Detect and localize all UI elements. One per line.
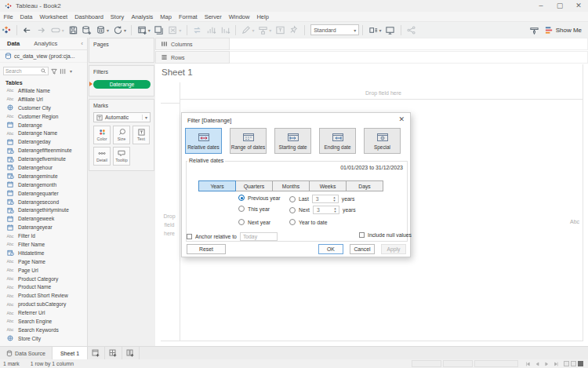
marks-color-button[interactable]: Color bbox=[93, 126, 111, 144]
reset-button[interactable]: Reset bbox=[187, 244, 226, 254]
field-item[interactable]: Daterangesecond bbox=[0, 198, 87, 206]
search-input[interactable]: Search bbox=[3, 67, 49, 75]
menu-window[interactable]: Window bbox=[225, 13, 253, 20]
forward-arrow-icon[interactable] bbox=[34, 23, 49, 37]
undo-history-icon[interactable]: ▾ bbox=[48, 23, 66, 37]
view-options-icon[interactable] bbox=[60, 68, 67, 75]
field-item[interactable]: Daterangemonth bbox=[0, 180, 87, 189]
radio-previous-year[interactable]: Previous year bbox=[238, 195, 281, 201]
field-item[interactable]: AbcSearch Keywords bbox=[0, 326, 87, 334]
period-count-input[interactable]: 3▲▼ bbox=[312, 195, 339, 203]
current-view-icon[interactable] bbox=[578, 361, 583, 366]
menu-map[interactable]: Map bbox=[157, 13, 176, 20]
text-annotation-icon[interactable] bbox=[274, 23, 288, 37]
swap-axes-icon[interactable] bbox=[191, 23, 205, 37]
marks-tooltip-button[interactable]: Tooltip bbox=[113, 147, 130, 166]
tab-data[interactable]: Data bbox=[0, 40, 27, 47]
field-item[interactable]: Daterangeday bbox=[0, 137, 87, 146]
field-item[interactable]: Daterangeweek bbox=[0, 214, 87, 223]
new-worksheet-icon[interactable]: ▾ bbox=[135, 23, 152, 37]
radio-year-to-date[interactable]: Year to date bbox=[289, 219, 327, 225]
pin-icon[interactable] bbox=[287, 23, 301, 37]
columns-shelf[interactable]: Columns bbox=[155, 38, 230, 50]
period-tab-quarters[interactable]: Quarters bbox=[235, 180, 273, 191]
tab-analytics[interactable]: Analytics bbox=[27, 40, 64, 47]
format-copy-icon[interactable]: ▾ bbox=[256, 23, 274, 37]
new-datasource-icon[interactable] bbox=[80, 23, 94, 37]
highlight-icon[interactable]: ▾ bbox=[239, 23, 256, 37]
show-mark-labels-icon[interactable]: ▾ bbox=[366, 23, 383, 37]
cancel-button[interactable]: Cancel bbox=[350, 244, 375, 254]
back-arrow-icon[interactable] bbox=[20, 23, 34, 37]
include-nulls-row[interactable]: Include null values bbox=[359, 232, 412, 238]
columns-shelf-area[interactable] bbox=[230, 38, 588, 50]
field-item[interactable]: Customer City bbox=[0, 104, 87, 112]
menu-file[interactable]: File bbox=[0, 13, 16, 20]
tab-sheet1[interactable]: Sheet 1 bbox=[53, 347, 88, 359]
menu-story[interactable]: Story bbox=[107, 13, 128, 20]
field-item[interactable]: AbcProduct Name bbox=[0, 282, 87, 291]
field-item[interactable]: AbcPage Name bbox=[0, 257, 87, 266]
spinner-icon[interactable]: ▲▼ bbox=[332, 195, 337, 202]
nav-next-icon[interactable] bbox=[543, 361, 550, 367]
field-item[interactable]: AbcDaterange Name bbox=[0, 129, 87, 137]
menu-worksheet[interactable]: Worksheet bbox=[36, 13, 71, 20]
new-story-button[interactable] bbox=[122, 347, 140, 359]
close-button[interactable]: ✕ bbox=[569, 0, 588, 12]
drop-field-here-left[interactable]: Dropfieldhere bbox=[160, 212, 179, 238]
marks-detail-button[interactable]: Detail bbox=[93, 147, 111, 166]
field-item[interactable]: AbcFilter Name bbox=[0, 240, 87, 249]
field-item[interactable]: Daterangeminute bbox=[0, 172, 87, 180]
mark-type-dropdown[interactable]: Automatic ▾ bbox=[93, 112, 151, 122]
field-item[interactable]: Daterange bbox=[0, 121, 87, 129]
clear-sheet-icon[interactable]: ▾ bbox=[166, 23, 183, 37]
collapse-pane-icon[interactable]: ‹ bbox=[81, 40, 87, 47]
field-item[interactable]: Daterangefifteenminute bbox=[0, 146, 87, 155]
field-item[interactable]: AbcAffiliate Name bbox=[0, 86, 87, 95]
rows-shelf[interactable]: Rows bbox=[155, 51, 230, 64]
radio-last[interactable]: Last3▲▼years bbox=[289, 195, 354, 203]
period-tab-months[interactable]: Months bbox=[272, 180, 310, 191]
radio-this-year[interactable]: This year bbox=[238, 206, 270, 212]
menu-help[interactable]: Help bbox=[253, 13, 272, 20]
filter-type-starting-date[interactable]: Starting date bbox=[274, 128, 311, 154]
drop-field-here-top[interactable]: Drop field here bbox=[365, 90, 401, 96]
tableau-logo-icon[interactable] bbox=[0, 23, 13, 37]
filter-type-special[interactable]: Special bbox=[364, 128, 401, 154]
field-item[interactable]: Hitdatetime bbox=[0, 249, 87, 257]
field-item[interactable]: Daterangethirtyminute bbox=[0, 206, 87, 214]
field-item[interactable]: AbcCustomer Region bbox=[0, 112, 87, 121]
pause-updates-icon[interactable]: ▾ bbox=[94, 23, 111, 37]
radio-next-year[interactable]: Next year bbox=[238, 219, 270, 225]
save-icon[interactable] bbox=[66, 23, 80, 37]
show-me-button[interactable]: Show Me bbox=[545, 26, 582, 35]
dialog-close-icon[interactable]: ✕ bbox=[398, 115, 405, 123]
fit-selector[interactable]: Standard▾ bbox=[310, 24, 359, 35]
tile-view-icon[interactable] bbox=[571, 361, 576, 366]
field-item[interactable]: AbcReferrer Url bbox=[0, 308, 87, 317]
field-item[interactable]: Daterangequarter bbox=[0, 189, 87, 198]
period-tab-years[interactable]: Years bbox=[198, 180, 236, 191]
field-item[interactable]: AbcPage Url bbox=[0, 266, 87, 275]
field-item[interactable]: AbcAffiliate Url bbox=[0, 95, 87, 104]
marks-card[interactable]: Marks Automatic ▾ ColorSizeText DetailTo… bbox=[89, 99, 154, 171]
field-item[interactable]: AbcSearch Engine bbox=[0, 317, 87, 326]
menu-dashboard[interactable]: Dashboard bbox=[71, 13, 107, 20]
menu-data[interactable]: Data bbox=[16, 13, 36, 20]
period-tab-weeks[interactable]: Weeks bbox=[309, 180, 347, 191]
field-item[interactable]: Daterangeyear bbox=[0, 223, 87, 231]
radio-next[interactable]: Next3▲▼years bbox=[289, 206, 356, 214]
datasource-item[interactable]: cc_data_view (prod:cja... bbox=[0, 50, 87, 63]
field-item[interactable]: Abcproduct subCategory bbox=[0, 300, 87, 308]
field-item[interactable]: Daterangefiveminute bbox=[0, 155, 87, 163]
filter-type-range-of-dates[interactable]: Range of dates bbox=[230, 128, 267, 154]
marks-size-button[interactable]: Size bbox=[113, 126, 130, 144]
menu-server[interactable]: Server bbox=[201, 13, 225, 20]
pages-card[interactable]: Pages bbox=[89, 38, 154, 63]
field-item[interactable]: AbcFilter Id bbox=[0, 231, 87, 240]
format-pane-icon[interactable] bbox=[528, 23, 542, 37]
normal-view-icon[interactable] bbox=[564, 361, 569, 366]
anchor-checkbox-row[interactable]: Anchor relative to Today bbox=[187, 232, 278, 241]
apply-button[interactable]: Apply bbox=[381, 244, 406, 254]
menu-format[interactable]: Format bbox=[175, 13, 201, 20]
